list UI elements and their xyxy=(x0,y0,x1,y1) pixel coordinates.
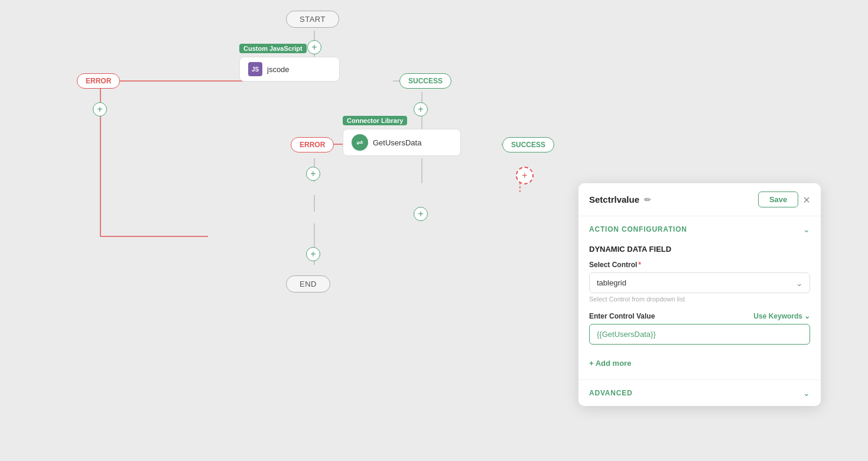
connector-label: Connector Library xyxy=(343,116,407,125)
select-control-group: Select Control* tablegrid input dropdown… xyxy=(589,261,810,303)
panel-title: Setctrlvalue ✏ xyxy=(589,194,651,204)
advanced-title: ADVANCED xyxy=(589,389,633,397)
add-btn-6[interactable]: + xyxy=(306,247,320,261)
end-label: END xyxy=(286,275,330,293)
add-btn-4[interactable]: + xyxy=(306,167,320,181)
add-btn-3[interactable]: + xyxy=(414,102,428,116)
connector-action[interactable]: Connector Library ⇌ GetUsersData xyxy=(343,129,461,156)
success-badge-1: SUCCESS xyxy=(399,73,451,89)
select-control-wrapper: tablegrid input dropdown textarea ⌄ xyxy=(589,272,810,293)
custom-js-label: Custom JavaScript xyxy=(239,44,307,53)
control-value-group: Enter Control Value Use Keywords ⌄ xyxy=(589,312,810,345)
dynamic-data-field-label: DYNAMIC DATA FIELD xyxy=(589,245,810,254)
success-label-2: SUCCESS xyxy=(502,137,554,152)
control-value-input[interactable] xyxy=(589,324,810,345)
js-icon: JS xyxy=(248,62,262,76)
jscode-node[interactable]: Custom JavaScript JS jscode xyxy=(239,57,340,82)
select-control-label: Select Control* xyxy=(589,261,810,269)
start-node: START xyxy=(286,11,339,28)
select-control-hint: Select Control from dropdown list xyxy=(589,296,810,303)
save-button[interactable]: Save xyxy=(758,191,798,207)
add-btn-dashed[interactable]: + xyxy=(516,167,534,184)
control-value-label: Enter Control Value xyxy=(589,312,655,320)
use-keywords-button[interactable]: Use Keywords ⌄ xyxy=(753,312,810,320)
add-more-button[interactable]: + Add more xyxy=(589,354,631,370)
add-btn-1[interactable]: + xyxy=(307,40,321,54)
error-badge-2: ERROR xyxy=(291,137,334,152)
success-label-1: SUCCESS xyxy=(399,73,451,89)
select-control-dropdown[interactable]: tablegrid input dropdown textarea xyxy=(589,272,810,293)
action-config-body: DYNAMIC DATA FIELD Select Control* table… xyxy=(578,242,821,379)
connector-icon: ⇌ xyxy=(352,134,368,151)
success-badge-2: SUCCESS xyxy=(502,137,554,152)
error-label-1: ERROR xyxy=(77,73,120,89)
advanced-chevron: ⌄ xyxy=(803,388,810,398)
canvas: START + Custom JavaScript JS jscode ERRO… xyxy=(0,0,868,461)
jscode-action[interactable]: Custom JavaScript JS jscode xyxy=(239,57,340,82)
connector-name: GetUsersData xyxy=(373,138,421,147)
close-button[interactable]: × xyxy=(803,194,810,206)
add-btn-2[interactable]: + xyxy=(93,102,107,116)
edit-icon[interactable]: ✏ xyxy=(644,195,651,204)
panel-title-text: Setctrlvalue xyxy=(589,194,639,204)
action-config-title: ACTION CONFIGURATION xyxy=(589,225,687,233)
action-config-panel: Setctrlvalue ✏ Save × ACTION CONFIGURATI… xyxy=(578,183,821,406)
action-config-section-header[interactable]: ACTION CONFIGURATION ⌄ xyxy=(578,216,821,242)
control-value-row: Enter Control Value Use Keywords ⌄ xyxy=(589,312,810,320)
advanced-section: ADVANCED ⌄ xyxy=(578,379,821,406)
end-node: END xyxy=(286,275,330,293)
panel-header: Setctrlvalue ✏ Save × xyxy=(578,183,821,216)
add-btn-5[interactable]: + xyxy=(414,207,428,221)
required-indicator: * xyxy=(638,261,641,269)
error-badge-1: ERROR xyxy=(77,73,120,89)
error-label-2: ERROR xyxy=(291,137,334,152)
connector-node[interactable]: Connector Library ⇌ GetUsersData xyxy=(343,129,461,156)
jscode-name: jscode xyxy=(267,65,290,74)
action-config-chevron: ⌄ xyxy=(803,225,810,234)
panel-header-actions: Save × xyxy=(758,191,810,207)
start-label: START xyxy=(286,11,339,28)
advanced-section-header[interactable]: ADVANCED ⌄ xyxy=(578,380,821,406)
